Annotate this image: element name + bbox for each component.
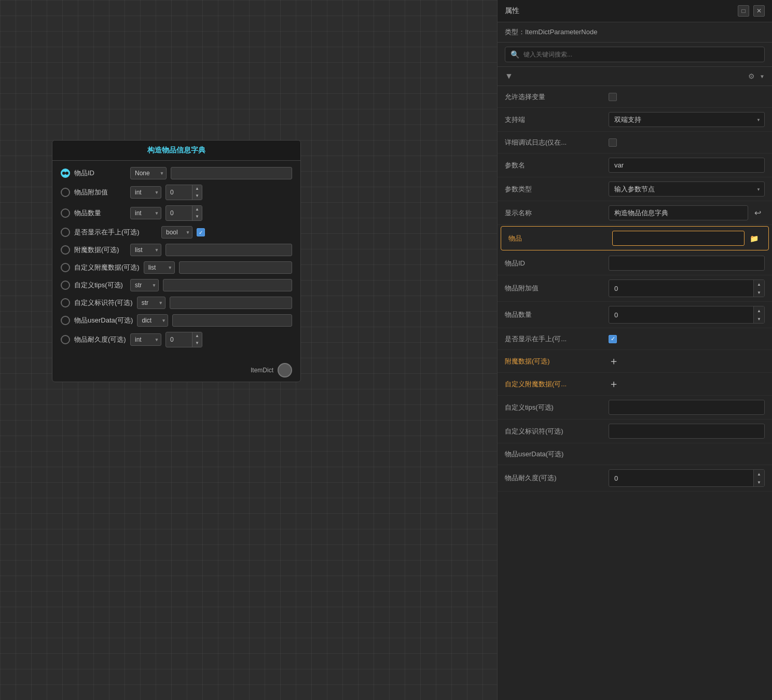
select-support-side[interactable]: 双端支持 客户端 服务端 (609, 112, 765, 127)
radio-user-data[interactable] (61, 316, 70, 325)
radio-custom-flag[interactable] (61, 298, 70, 307)
prop-label-support-side: 支持端 (505, 115, 609, 124)
select-param-type[interactable]: 输入参数节点 输出参数节点 (609, 181, 765, 197)
prop-row-custom-flag-prop: 自定义标识符(可选) (498, 419, 772, 443)
spinner-durability-prop-up[interactable]: ▲ (754, 470, 764, 478)
input-custom-flag[interactable] (170, 297, 292, 309)
search-input[interactable] (523, 51, 759, 58)
radio-item-id[interactable] (61, 169, 70, 178)
prop-select-param-type: 输入参数节点 输出参数节点 (609, 181, 765, 197)
prop-row-param-name: 参数名 (498, 153, 772, 177)
item-folder-btn[interactable]: 📁 (747, 231, 761, 246)
checkbox-debug-log[interactable] (609, 138, 617, 147)
select-user-data[interactable]: dict (137, 314, 168, 327)
input-item-id[interactable] (171, 167, 292, 179)
radio-custom-tips[interactable] (61, 281, 70, 290)
select-wrapper-durability: int ▼ (130, 333, 161, 346)
prop-value-support-side: 双端支持 客户端 服务端 (609, 112, 765, 127)
input-param-name[interactable] (609, 158, 765, 173)
input-custom-tips-prop[interactable] (609, 400, 765, 415)
spinner-bonus-up[interactable]: ▲ (192, 185, 202, 192)
input-display-name[interactable] (609, 205, 748, 220)
spinner-durability-prop-down[interactable]: ▼ (754, 478, 764, 486)
spinner-count-up[interactable]: ▲ (192, 206, 202, 213)
radio-custom-enchant[interactable] (61, 263, 70, 272)
radio-item-bonus[interactable] (61, 188, 70, 197)
select-bonus[interactable]: int (130, 186, 161, 199)
input-durability-value[interactable] (166, 334, 192, 345)
prop-value-param-name (609, 158, 765, 173)
label-custom-enchant: 自定义附魔数据(可选) (74, 263, 140, 272)
footer-circle[interactable] (278, 363, 292, 377)
input-custom-enchant[interactable] (179, 261, 292, 274)
spinner-durability-down[interactable]: ▼ (192, 340, 202, 347)
input-enchant[interactable] (166, 244, 292, 256)
close-button[interactable]: ✕ (753, 5, 765, 17)
number-durability: ▲ ▼ (166, 332, 202, 347)
select-wrapper-user-data: dict ▼ (137, 314, 168, 327)
gear-button[interactable]: ⚙ (745, 70, 757, 82)
spinner-bonus-down[interactable]: ▼ (192, 192, 202, 200)
spinner-count-prop-down[interactable]: ▼ (754, 315, 764, 323)
prop-spinner-count: ▲ ▼ (753, 306, 764, 323)
select-enchant[interactable]: list (130, 244, 161, 256)
spinner-bonus-prop-up[interactable]: ▲ (754, 280, 764, 288)
prop-label-custom-tips-prop: 自定义tips(可选) (505, 403, 609, 412)
prop-label-item-bonus-prop: 物品附加值 (505, 284, 609, 293)
input-custom-tips[interactable] (163, 279, 292, 291)
number-bonus: ▲ ▼ (166, 185, 202, 200)
number-count: ▲ ▼ (166, 205, 202, 221)
input-item-bonus-prop[interactable] (609, 282, 753, 296)
input-item[interactable] (612, 231, 745, 246)
label-custom-tips: 自定义tips(可选) (74, 281, 126, 290)
node-row-custom-enchant: 自定义附魔数据(可选) list ▼ (61, 261, 292, 274)
restore-button[interactable]: □ (738, 5, 749, 17)
select-show-hand[interactable]: bool (161, 226, 192, 239)
collapse-icon[interactable]: ▼ (505, 72, 513, 81)
prop-label-durability-prop: 物品耐久度(可选) (505, 473, 609, 483)
input-item-count-prop[interactable] (609, 308, 753, 322)
node-row-custom-tips: 自定义tips(可选) str ▼ (61, 279, 292, 291)
input-durability-prop[interactable] (609, 471, 753, 485)
add-custom-enchant-btn[interactable]: ＋ (609, 377, 619, 391)
select-count[interactable]: int (130, 207, 161, 219)
radio-durability[interactable] (61, 335, 70, 344)
select-item-id[interactable]: None (130, 167, 167, 179)
spinner-count-down[interactable]: ▼ (192, 213, 202, 220)
select-custom-enchant[interactable]: list (144, 261, 175, 274)
spinner-bonus-prop-down[interactable]: ▼ (754, 288, 764, 297)
radio-item-count[interactable] (61, 208, 70, 218)
checkbox-allow-var[interactable] (609, 93, 617, 101)
node-row-show-hand: 是否显示在手上(可选) bool ▼ ✓ (61, 226, 292, 239)
prop-value-item-count: ▲ ▼ (609, 306, 765, 324)
prop-label-param-type: 参数类型 (505, 185, 609, 194)
prop-value-enchant: ＋ (609, 354, 765, 368)
select-custom-tips[interactable]: str (130, 279, 159, 291)
checkbox-show-hand-prop[interactable]: ✓ (609, 335, 617, 343)
radio-enchant[interactable] (61, 245, 70, 255)
node-row-custom-flag: 自定义标识符(可选) str ▼ (61, 297, 292, 309)
prop-row-custom-enchant-prop: 自定义附魔数据(可... ＋ (498, 373, 772, 396)
input-bonus-value[interactable] (166, 187, 192, 198)
prop-label-param-name: 参数名 (505, 161, 609, 170)
panel-content: 允许选择变量 支持端 双端支持 客户端 服务端 详细调试日志(仅在... (498, 86, 772, 700)
prop-value-item-id (609, 256, 765, 271)
prop-label-item: 物品 (508, 234, 612, 243)
display-name-action-btn[interactable]: ↩ (750, 206, 765, 220)
select-wrapper-show-hand: bool ▼ (161, 226, 192, 239)
select-custom-flag[interactable]: str (137, 297, 166, 309)
spinner-durability-up[interactable]: ▲ (192, 332, 202, 340)
prop-row-debug-log: 详细调试日志(仅在... (498, 132, 772, 153)
input-item-id-prop[interactable] (609, 256, 765, 271)
prop-row-durability-prop: 物品耐久度(可选) ▲ ▼ (498, 465, 772, 492)
checkbox-show-hand[interactable]: ✓ (197, 228, 205, 236)
spinner-count-prop-up[interactable]: ▲ (754, 306, 764, 315)
input-custom-flag-prop[interactable] (609, 424, 765, 439)
add-enchant-btn[interactable]: ＋ (609, 354, 619, 368)
select-durability[interactable]: int (130, 333, 161, 346)
radio-show-hand[interactable] (61, 228, 70, 237)
input-count-value[interactable] (166, 207, 192, 219)
input-user-data[interactable] (172, 314, 292, 327)
prop-value-custom-flag (609, 424, 765, 439)
prop-row-display-name: 显示名称 ↩ (498, 201, 772, 225)
